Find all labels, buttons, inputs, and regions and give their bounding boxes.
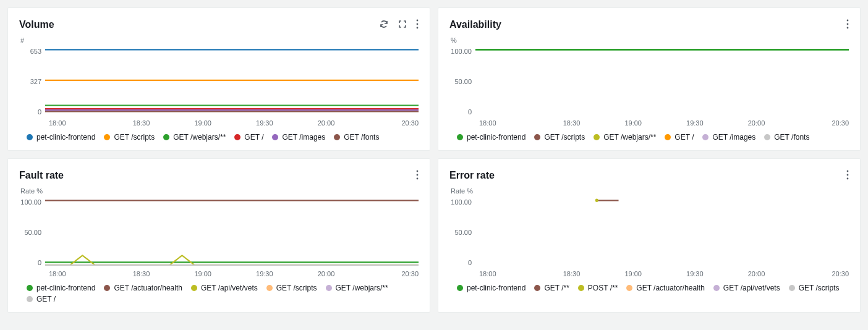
x-tick: 18:30	[541, 119, 603, 127]
legend-item[interactable]: GET /actuator/health	[104, 284, 182, 292]
panel-header: Fault rate	[19, 170, 419, 181]
x-tick: 18:00	[479, 119, 541, 127]
legend-label: GET /	[36, 295, 56, 303]
svg-point-2	[417, 27, 419, 29]
legend-label: GET /fonts	[344, 133, 379, 142]
x-tick: 18:00	[479, 270, 541, 277]
swatch-icon	[272, 134, 278, 140]
y-axis-label: Rate %	[20, 187, 419, 195]
legend-item[interactable]: GET /	[665, 133, 694, 142]
y-tick: 50.00	[24, 229, 41, 236]
legend-item[interactable]: GET /	[234, 133, 263, 142]
legend-item[interactable]: GET /	[27, 295, 56, 303]
swatch-icon	[764, 134, 770, 140]
legend-item[interactable]: pet-clinic-frontend	[457, 284, 525, 292]
x-ticks: 18:00 18:30 19:00 19:30 20:00 20:30	[49, 270, 419, 277]
legend-item[interactable]: GET /images	[272, 133, 325, 142]
expand-icon[interactable]	[398, 19, 407, 29]
legend-item[interactable]: GET /images	[702, 133, 755, 142]
legend-item[interactable]: GET /webjars/**	[594, 133, 656, 142]
svg-point-13	[417, 171, 419, 172]
legend-item[interactable]: pet-clinic-frontend	[457, 133, 525, 142]
y-tick: 50.00	[454, 229, 472, 236]
y-tick: 0	[468, 259, 472, 266]
x-tick: 20:30	[787, 119, 849, 127]
legend-item[interactable]: GET /scripts	[534, 133, 585, 142]
svg-point-10	[847, 23, 849, 25]
legend-item[interactable]: pet-clinic-frontend	[27, 133, 95, 142]
swatch-icon	[266, 285, 273, 291]
y-tick: 0	[468, 108, 472, 116]
y-tick: 50.00	[454, 78, 472, 85]
x-tick: 20:00	[296, 270, 357, 277]
refresh-icon[interactable]	[379, 19, 389, 29]
svg-point-23	[595, 199, 598, 203]
panel-title: Fault rate	[19, 170, 64, 181]
swatch-icon	[594, 134, 600, 140]
legend-item[interactable]: GET /scripts	[104, 133, 155, 142]
kebab-menu-icon[interactable]	[416, 170, 419, 180]
swatch-icon	[789, 285, 795, 291]
x-tick: 19:30	[664, 119, 726, 127]
legend-item[interactable]: GET /**	[534, 284, 569, 292]
y-axis-label: Rate %	[451, 187, 849, 195]
x-tick: 20:00	[726, 270, 788, 277]
legend-availability: pet-clinic-frontend GET /scripts GET /we…	[457, 133, 849, 142]
plot-availability	[475, 48, 849, 116]
swatch-icon	[326, 285, 332, 291]
kebab-menu-icon[interactable]	[846, 170, 849, 180]
legend-item[interactable]: GET /scripts	[789, 284, 840, 292]
y-tick: 327	[30, 78, 41, 85]
panel-header: Error rate	[449, 170, 849, 181]
legend-item[interactable]: pet-clinic-frontend	[27, 284, 95, 292]
svg-point-9	[847, 20, 849, 22]
x-ticks: 18:00 18:30 19:00 19:30 20:00 20:30	[479, 119, 849, 127]
x-tick: 19:30	[234, 119, 296, 127]
swatch-icon	[27, 285, 33, 291]
plot-fault-rate	[45, 198, 419, 266]
legend-item[interactable]: POST /**	[578, 284, 618, 292]
legend-item[interactable]: GET /api/vet/vets	[713, 284, 780, 292]
panel-header: Volume	[19, 19, 419, 30]
legend-item[interactable]: GET /fonts	[764, 133, 809, 142]
legend-label: GET /webjars/**	[336, 284, 388, 292]
legend-fault-rate: pet-clinic-frontend GET /actuator/health…	[27, 284, 419, 303]
swatch-icon	[457, 285, 463, 291]
legend-item[interactable]: GET /webjars/**	[326, 284, 388, 292]
swatch-icon	[578, 285, 584, 291]
y-ticks: 653 327 0	[19, 48, 45, 116]
swatch-icon	[534, 285, 540, 291]
panel-header: Availability	[449, 19, 849, 30]
x-tick: 20:00	[726, 119, 788, 127]
kebab-menu-icon[interactable]	[416, 19, 419, 29]
swatch-icon	[334, 134, 340, 140]
x-tick: 19:00	[172, 270, 234, 277]
x-tick: 19:00	[172, 119, 234, 127]
panel-actions	[846, 170, 849, 180]
legend-item[interactable]: GET /webjars/**	[163, 133, 226, 142]
x-tick: 20:30	[357, 119, 419, 127]
swatch-icon	[163, 134, 169, 140]
legend-item[interactable]: GET /scripts	[266, 284, 317, 292]
legend-label: GET /scripts	[276, 284, 317, 292]
legend-item[interactable]: GET /api/vet/vets	[191, 284, 258, 292]
legend-label: pet-clinic-frontend	[36, 284, 95, 292]
legend-label: GET /webjars/**	[173, 133, 226, 142]
swatch-icon	[104, 134, 110, 140]
legend-label: pet-clinic-frontend	[467, 284, 525, 292]
kebab-menu-icon[interactable]	[846, 19, 849, 29]
legend-label: GET /	[674, 133, 694, 142]
legend-label: GET /images	[712, 133, 755, 142]
legend-item[interactable]: GET /actuator/health	[626, 284, 705, 292]
legend-item[interactable]: GET /fonts	[334, 133, 379, 142]
svg-point-1	[417, 23, 419, 25]
swatch-icon	[713, 285, 720, 291]
x-tick: 19:00	[602, 119, 664, 127]
panel-actions	[379, 19, 419, 29]
legend-label: pet-clinic-frontend	[467, 133, 525, 142]
panel-fault-rate: Fault rate Rate % 100.00 50.00 0	[7, 158, 430, 313]
svg-point-20	[847, 174, 849, 176]
y-tick: 0	[38, 108, 41, 116]
chart-area: 100.00 50.00 0	[19, 198, 419, 266]
y-tick: 653	[30, 48, 41, 55]
